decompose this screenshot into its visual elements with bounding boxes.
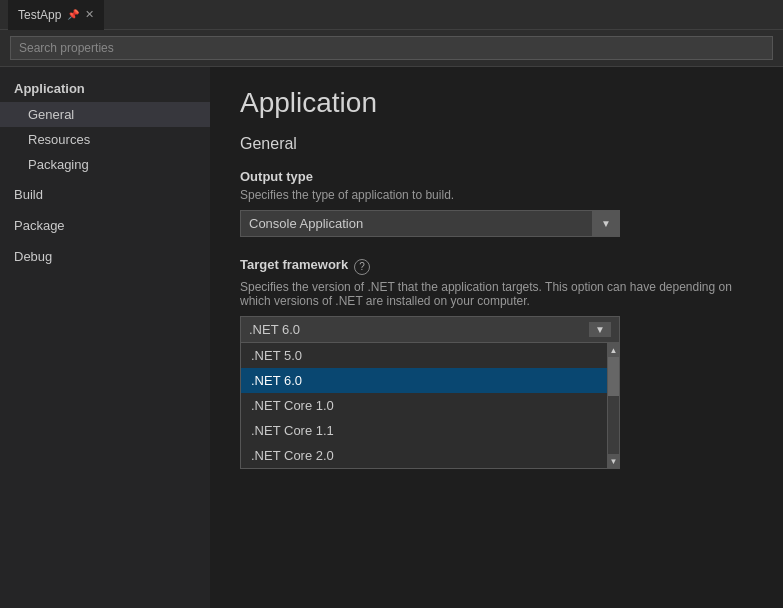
scrollbar-down-button[interactable]: ▼ xyxy=(608,454,619,468)
dropdown-scrollbar: ▲ ▼ xyxy=(607,343,619,468)
sidebar-item-debug[interactable]: Debug xyxy=(0,243,210,270)
sidebar-item-general[interactable]: General xyxy=(0,102,210,127)
pin-icon: 📌 xyxy=(67,9,79,20)
target-framework-arrow-icon: ▼ xyxy=(589,322,611,337)
framework-option-net6[interactable]: .NET 6.0 xyxy=(241,368,607,393)
sidebar-item-packaging[interactable]: Packaging xyxy=(0,152,210,177)
target-framework-open-list: .NET 5.0 .NET 6.0 .NET Core 1.0 .NET Cor… xyxy=(240,343,620,469)
target-framework-selected: .NET 6.0 xyxy=(249,322,300,337)
close-icon[interactable]: ✕ xyxy=(85,8,94,21)
target-framework-dropdown-container: .NET 6.0 ▼ .NET 5.0 .NET 6.0 .NET Core 1… xyxy=(240,316,620,343)
scrollbar-track xyxy=(608,357,619,454)
help-icon[interactable]: ? xyxy=(354,259,370,275)
output-type-dropdown-container: Console Application Class Library Window… xyxy=(240,210,620,237)
sidebar: Application General Resources Packaging … xyxy=(0,67,210,608)
sidebar-item-build[interactable]: Build xyxy=(0,181,210,208)
content-area: Application General Output type Specifie… xyxy=(210,67,783,608)
output-type-label: Output type xyxy=(240,169,753,184)
output-type-group: Output type Specifies the type of applic… xyxy=(240,169,753,237)
output-type-desc: Specifies the type of application to bui… xyxy=(240,188,753,202)
sidebar-item-resources[interactable]: Resources xyxy=(0,127,210,152)
tab-name: TestApp xyxy=(18,8,61,22)
output-type-select[interactable]: Console Application Class Library Window… xyxy=(240,210,620,237)
framework-option-netcore10[interactable]: .NET Core 1.0 xyxy=(241,393,607,418)
framework-option-net5[interactable]: .NET 5.0 xyxy=(241,343,607,368)
framework-label-row: Target framework ? xyxy=(240,257,753,276)
target-framework-label: Target framework xyxy=(240,257,348,272)
tab-testapp[interactable]: TestApp 📌 ✕ xyxy=(8,0,104,30)
search-bar-container xyxy=(0,30,783,67)
target-framework-desc: Specifies the version of .NET that the a… xyxy=(240,280,753,308)
scrollbar-up-button[interactable]: ▲ xyxy=(608,343,619,357)
dropdown-items: .NET 5.0 .NET 6.0 .NET Core 1.0 .NET Cor… xyxy=(241,343,607,468)
page-title: Application xyxy=(240,87,753,119)
framework-option-netcore20[interactable]: .NET Core 2.0 xyxy=(241,443,607,468)
dropdown-scroll-container: .NET 5.0 .NET 6.0 .NET Core 1.0 .NET Cor… xyxy=(241,343,619,468)
section-title-general: General xyxy=(240,135,753,153)
main-layout: Application General Resources Packaging … xyxy=(0,67,783,608)
sidebar-item-package[interactable]: Package xyxy=(0,212,210,239)
search-input[interactable] xyxy=(10,36,773,60)
target-framework-trigger[interactable]: .NET 6.0 ▼ xyxy=(240,316,620,343)
sidebar-section-application[interactable]: Application xyxy=(0,75,210,102)
target-framework-group: Target framework ? Specifies the version… xyxy=(240,257,753,343)
framework-option-netcore11[interactable]: .NET Core 1.1 xyxy=(241,418,607,443)
title-bar: TestApp 📌 ✕ xyxy=(0,0,783,30)
scrollbar-thumb xyxy=(608,357,619,396)
